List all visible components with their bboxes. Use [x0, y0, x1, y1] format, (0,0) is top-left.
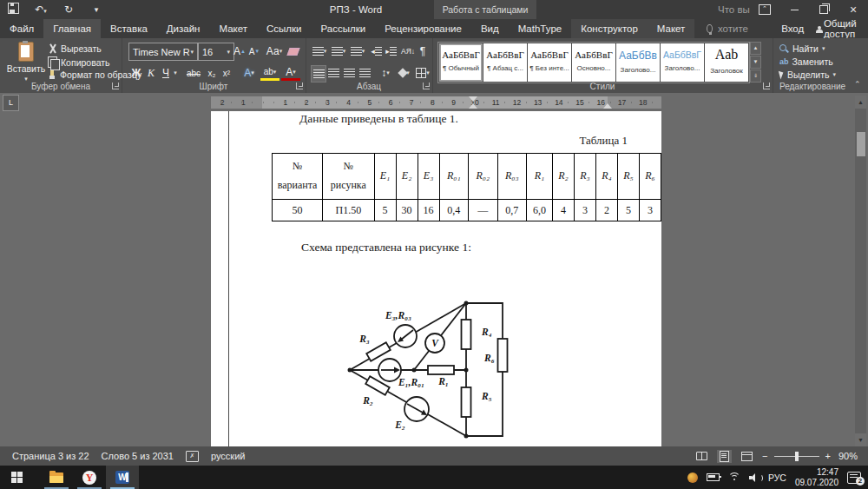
start-button[interactable]	[0, 466, 33, 489]
clipboard-dialog-launcher-icon[interactable]	[112, 83, 119, 89]
table-header-cell[interactable]: R₅	[617, 154, 639, 200]
zoom-level[interactable]: 90%	[838, 451, 858, 461]
strikethrough-button[interactable]: abc	[184, 65, 203, 81]
find-button[interactable]: Найти▾	[779, 43, 825, 54]
decrease-indent-icon[interactable]: ◂	[370, 43, 383, 59]
table-cell[interactable]: 6,0	[527, 200, 553, 221]
notification-center-icon[interactable]: 2	[847, 472, 861, 484]
multilevel-list-icon[interactable]: ▾	[349, 43, 366, 59]
table-header-cell[interactable]: R₀₃	[497, 154, 526, 200]
sort-icon[interactable]: АЯ↓	[401, 43, 415, 59]
table-header-cell[interactable]: E₁	[374, 154, 396, 200]
horizontal-ruler[interactable]: 21123456789101112131415161718	[211, 96, 661, 109]
clock[interactable]: 12:47 09.07.2020	[795, 467, 838, 488]
style-item[interactable]: АаБбВвГ Основно...	[572, 43, 615, 82]
proofing-status-icon[interactable]: ✗	[186, 451, 199, 462]
table-header-cell[interactable]: R₀₁	[439, 154, 468, 200]
align-right-icon[interactable]	[342, 65, 356, 81]
ribbon-tab[interactable]: Вид	[471, 19, 509, 38]
highlight-color-button[interactable]: ab▾	[260, 65, 279, 81]
scrollbar-thumb[interactable]	[857, 132, 865, 156]
shrink-font-button[interactable]: А▼	[248, 43, 260, 59]
styles-more-icon[interactable]: ⇓	[750, 69, 761, 83]
underline-dropdown-icon[interactable]: ▾	[172, 65, 179, 81]
table-header-cell[interactable]: R₀₂	[469, 154, 497, 200]
style-item[interactable]: АаБбВвГ ¶ Абзац с...	[483, 43, 527, 82]
styles-scroll-up-icon[interactable]: ▲	[750, 42, 761, 55]
style-item[interactable]: АаБбВвГ ¶ Без инте...	[528, 43, 571, 82]
numbering-icon[interactable]: ▾	[330, 43, 347, 59]
tell-me-box[interactable]: Что вы хотите сделать?	[707, 19, 781, 38]
paragraph-text[interactable]: Данные приведены в таблице 1.	[299, 112, 458, 126]
align-center-icon[interactable]	[326, 65, 340, 81]
font-name-combo[interactable]: Times New R▾	[128, 43, 198, 61]
restore-button[interactable]	[809, 0, 838, 19]
table-header-cell[interactable]: R₁	[527, 154, 553, 200]
style-item[interactable]: АаБбВвГ Заголово...	[661, 43, 704, 82]
table-header-cell[interactable]: R₆	[639, 154, 661, 200]
table-cell[interactable]: 5	[617, 200, 639, 221]
table-cell[interactable]: 50	[273, 200, 323, 221]
undo-icon[interactable]: ↶▾	[33, 3, 49, 16]
wifi-icon[interactable]	[728, 472, 740, 482]
keyboard-language[interactable]: РУС	[768, 472, 786, 483]
page-indicator[interactable]: Страница 3 из 22	[12, 451, 89, 461]
superscript-button[interactable]: x²	[220, 65, 233, 81]
table-cell[interactable]: —	[469, 200, 497, 221]
table-header-cell[interactable]: R₃	[574, 154, 595, 200]
table-cell[interactable]: 30	[396, 200, 418, 221]
left-indent-marker[interactable]	[469, 103, 477, 109]
paragraph-dialog-launcher-icon[interactable]	[423, 83, 430, 89]
scroll-up-icon[interactable]: ▲	[855, 96, 866, 109]
paste-button[interactable]: Вставить▾	[9, 42, 43, 83]
ribbon-tab[interactable]: Макет	[209, 19, 257, 38]
table-cell[interactable]: П1.50	[323, 200, 374, 221]
styles-dialog-launcher-icon[interactable]	[763, 83, 770, 89]
italic-button[interactable]: К	[145, 65, 157, 81]
clear-formatting-icon[interactable]	[286, 43, 300, 59]
copy-button[interactable]: Копировать	[48, 56, 110, 68]
line-spacing-icon[interactable]: ↕▾	[377, 65, 394, 81]
font-size-combo[interactable]: 16▾	[198, 43, 234, 61]
table-header-cell[interactable]: № рисунка	[323, 154, 374, 200]
data-table[interactable]: № варианта№ рисункаE₁E₂E₃R₀₁R₀₂R₀₃R₁R₂R₃…	[272, 153, 661, 221]
ribbon-tab[interactable]: MathType	[509, 19, 572, 38]
zoom-out-icon[interactable]: −	[762, 451, 767, 461]
collapse-ribbon-icon[interactable]: ⌃	[854, 80, 861, 89]
scroll-down-icon[interactable]: ▼	[855, 433, 866, 446]
table-header-cell[interactable]: R₂	[552, 154, 574, 200]
web-layout-icon[interactable]	[740, 450, 754, 463]
underline-button[interactable]: Ч	[160, 65, 172, 81]
show-marks-icon[interactable]: ¶	[417, 43, 429, 59]
share-button[interactable]: Общий доступ	[816, 18, 859, 39]
ribbon-tab[interactable]: Рассылки	[312, 19, 376, 38]
taskbar-word-button[interactable]: W	[106, 466, 139, 489]
ribbon-tab[interactable]: Главная	[43, 19, 101, 38]
style-item[interactable]: Аab Заголовок	[705, 43, 748, 82]
word-count[interactable]: Слово 5 из 2031	[102, 451, 174, 461]
ribbon-tab[interactable]: Конструктор	[571, 19, 648, 38]
borders-icon[interactable]: ▾	[415, 65, 431, 81]
minimize-button[interactable]	[779, 0, 809, 19]
redo-icon[interactable]: ↻	[61, 3, 76, 16]
table-header-cell[interactable]: № варианта	[273, 154, 323, 200]
increase-indent-icon[interactable]: ▸	[385, 43, 398, 59]
language-indicator[interactable]: русский	[211, 451, 245, 461]
document-page[interactable]: Данные приведены в таблице 1. Таблица 1 …	[211, 111, 661, 446]
table-cell[interactable]: 0,7	[497, 200, 526, 221]
taskbar-explorer-button[interactable]	[40, 466, 73, 489]
table-cell[interactable]: 3	[574, 200, 595, 221]
shading-icon[interactable]: ▾	[396, 65, 413, 81]
cut-button[interactable]: Вырезать	[48, 43, 102, 54]
ribbon-tab[interactable]: Файл	[0, 19, 43, 38]
font-dialog-launcher-icon[interactable]	[296, 83, 303, 89]
circuit-figure[interactable]: E₃,R₀₃ R₃ R₄ R₆ E₁,R₀₁ R₁ R₂ E₂ R₅ V	[343, 294, 525, 446]
bullets-icon[interactable]: ▾	[311, 43, 328, 59]
style-item[interactable]: АаБбВвГ ¶ Обычный	[439, 43, 483, 82]
grow-font-button[interactable]: А▲	[233, 43, 247, 59]
right-indent-marker[interactable]	[603, 103, 612, 109]
paragraph-text[interactable]: Схема представлена на рисунке 1:	[301, 241, 471, 254]
vertical-scrollbar[interactable]: ▲ ▼	[855, 96, 866, 446]
table-cell[interactable]: 4	[552, 200, 574, 221]
signin-link[interactable]: Вход	[781, 23, 804, 34]
